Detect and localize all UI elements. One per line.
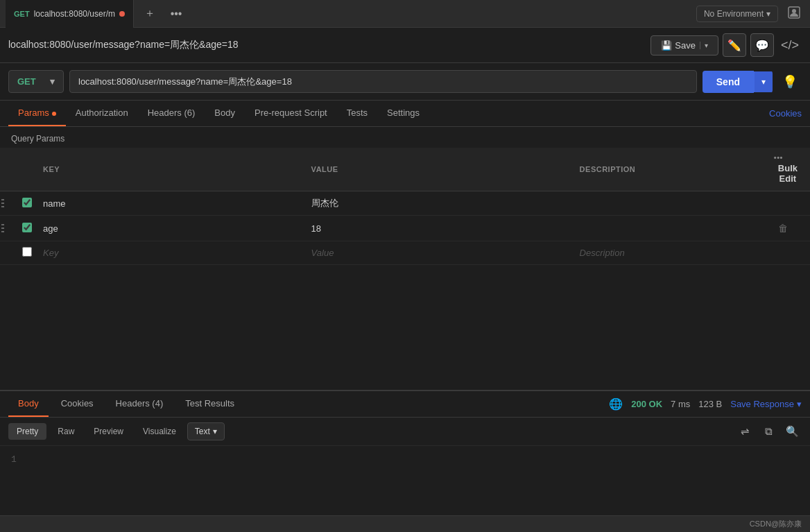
row2-checkbox-cell — [17, 216, 35, 241]
tab-authorization[interactable]: Authorization — [66, 101, 138, 126]
request-tabs-bar: Params Authorization Headers (6) Body Pr… — [0, 101, 810, 127]
environment-selector[interactable]: No Environment ▾ — [696, 6, 778, 22]
bulk-edit-button[interactable]: Bulk Edit — [774, 162, 802, 185]
tab-settings[interactable]: Settings — [377, 101, 429, 126]
tab-body-label: Body — [214, 108, 235, 118]
placeholder-description[interactable]: Description — [571, 241, 766, 265]
row1-checkbox[interactable] — [22, 198, 32, 207]
url-bar: localhost:8080/user/message?name=周杰伦&age… — [0, 28, 810, 63]
wrap-lines-button[interactable]: ⇌ — [735, 422, 755, 441]
row2-delete-button[interactable]: 🗑 — [774, 221, 792, 235]
params-section: Query Params KEY VALUE DESCRIPTION ••• B… — [0, 127, 810, 265]
save-response-chevron-icon: ▾ — [797, 399, 802, 409]
table-row: age 18 🗑 — [0, 216, 810, 241]
profile-button[interactable] — [784, 3, 804, 24]
copy-icon: ⧉ — [765, 425, 773, 438]
svg-point-1 — [792, 9, 796, 13]
response-section: Body Cookies Headers (4) Test Results 🌐 … — [0, 390, 810, 516]
new-tab-button[interactable]: ＋ — [139, 3, 160, 24]
row2-value[interactable]: 18 — [303, 216, 571, 241]
tab-settings-label: Settings — [387, 108, 420, 118]
tab-headers[interactable]: Headers (6) — [138, 101, 205, 126]
request-title: localhost:8080/user/message?name=周杰伦&age… — [8, 39, 645, 51]
save-response-button[interactable]: Save Response ▾ — [730, 399, 802, 409]
format-type-label: Text — [195, 427, 210, 436]
th-checkbox — [17, 148, 35, 191]
placeholder-key[interactable]: Key — [35, 241, 303, 265]
code-view-button[interactable]: </> — [778, 35, 802, 55]
format-bar: Pretty Raw Preview Visualize Text ▾ ⇌ ⧉ … — [0, 418, 810, 446]
query-params-label: Query Params — [0, 127, 810, 148]
tab-body[interactable]: Body — [205, 101, 245, 126]
row2-actions: 🗑 — [766, 216, 810, 241]
resp-tab-headers[interactable]: Headers (4) — [106, 391, 173, 417]
copy-button[interactable]: ⧉ — [759, 422, 778, 441]
save-chevron-icon: ▾ — [700, 42, 708, 49]
url-input[interactable] — [69, 70, 697, 93]
tab-pre-request[interactable]: Pre-request Script — [245, 101, 337, 126]
add-param-row: Key Value Description — [0, 241, 810, 265]
row1-description[interactable] — [571, 191, 766, 216]
status-code: 200 OK — [631, 399, 662, 409]
comment-button[interactable]: 💬 — [750, 33, 774, 57]
fmt-tab-preview[interactable]: Preview — [85, 423, 132, 440]
placeholder-drag — [0, 241, 17, 265]
more-icon: ••• — [171, 8, 182, 20]
table-row: name 周杰伦 — [0, 191, 810, 216]
th-value: VALUE — [303, 148, 571, 191]
response-size: 123 B — [698, 399, 722, 409]
row1-value[interactable]: 周杰伦 — [303, 191, 571, 216]
search-response-button[interactable]: 🔍 — [782, 422, 802, 441]
resp-tab-body[interactable]: Body — [8, 391, 49, 417]
tab-tests[interactable]: Tests — [337, 101, 377, 126]
search-icon: 🔍 — [786, 425, 799, 438]
params-table: KEY VALUE DESCRIPTION ••• Bulk Edit — [0, 148, 810, 265]
tab-params[interactable]: Params — [8, 101, 66, 126]
more-options-icon[interactable]: ••• — [774, 153, 783, 162]
resp-tab-cookies[interactable]: Cookies — [51, 391, 103, 417]
method-selector[interactable]: GET ▾ — [8, 70, 64, 93]
response-time: 7 ms — [671, 399, 690, 409]
environment-label: No Environment — [704, 9, 764, 19]
row2-checkbox[interactable] — [22, 223, 32, 232]
lightbulb-icon: 💡 — [782, 74, 798, 89]
send-button[interactable]: Send — [703, 71, 754, 93]
table-header-row: KEY VALUE DESCRIPTION ••• Bulk Edit — [0, 148, 810, 191]
tab-tests-label: Tests — [347, 108, 368, 118]
fmt-tab-visualize[interactable]: Visualize — [135, 423, 184, 440]
resp-tab-test-results[interactable]: Test Results — [175, 391, 244, 417]
response-content: 1 — [0, 446, 810, 516]
more-tabs-button[interactable]: ••• — [166, 3, 187, 24]
resp-tab-test-results-label: Test Results — [185, 398, 234, 409]
wrap-lines-icon: ⇌ — [741, 425, 750, 438]
resp-tab-body-label: Body — [18, 398, 39, 409]
row1-checkbox-cell — [17, 191, 35, 216]
format-type-dropdown[interactable]: Text ▾ — [187, 422, 225, 440]
profile-icon — [787, 6, 801, 22]
row1-actions — [766, 191, 810, 216]
drag-handle — [0, 191, 17, 216]
row2-description[interactable] — [571, 216, 766, 241]
fmt-tab-pretty[interactable]: Pretty — [8, 423, 46, 440]
row1-key[interactable]: name — [35, 191, 303, 216]
th-description: DESCRIPTION — [571, 148, 766, 191]
placeholder-actions — [766, 241, 810, 265]
send-dropdown-button[interactable]: ▾ — [754, 71, 773, 92]
fmt-tab-raw[interactable]: Raw — [49, 423, 83, 440]
response-status-info: 🌐 200 OK 7 ms 123 B Save Response ▾ — [609, 397, 802, 411]
response-line-1: 1 — [11, 454, 799, 465]
resp-tab-cookies-label: Cookies — [61, 398, 94, 409]
lightbulb-button[interactable]: 💡 — [778, 74, 802, 89]
current-tab[interactable]: GET localhost:8080/user/m — [6, 0, 134, 28]
placeholder-value[interactable]: Value — [303, 241, 571, 265]
tab-headers-label: Headers (6) — [148, 108, 196, 118]
request-bar: GET ▾ Send ▾ 💡 — [0, 63, 810, 101]
placeholder-checkbox[interactable] — [22, 247, 32, 257]
row2-key[interactable]: age — [35, 216, 303, 241]
edit-button[interactable]: ✏️ — [723, 33, 746, 57]
save-button[interactable]: 💾 Save ▾ — [650, 35, 718, 55]
pencil-icon: ✏️ — [727, 39, 741, 52]
cookies-link[interactable]: Cookies — [769, 101, 802, 126]
response-tabs-bar: Body Cookies Headers (4) Test Results 🌐 … — [0, 391, 810, 418]
save-response-label: Save Response — [730, 399, 794, 409]
